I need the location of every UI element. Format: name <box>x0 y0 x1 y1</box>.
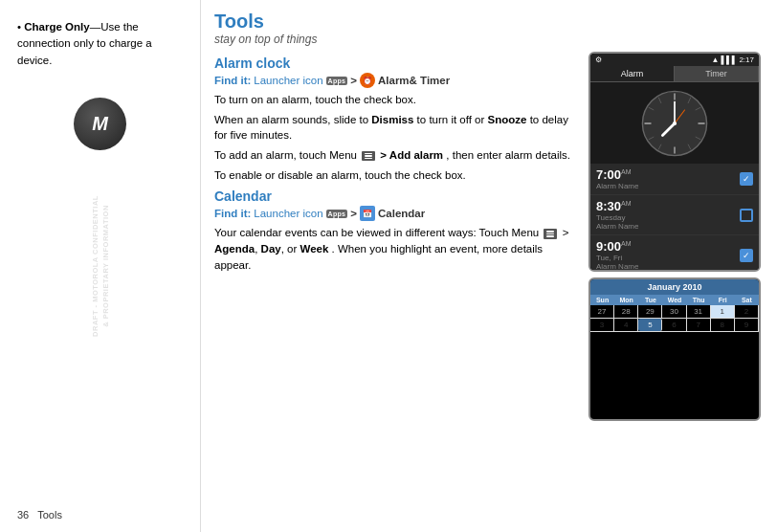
cal-31[interactable]: 31 <box>687 305 711 318</box>
alarm-item-3: 9:00AM Tue, Fri Alarm Name <box>590 235 759 272</box>
cal-tue: Tue <box>638 295 662 305</box>
calendar-apps-icon: Apps <box>326 210 348 218</box>
alarm-day-2: Tuesday <box>596 213 740 222</box>
alarm-day-3: Tue, Fri <box>596 254 740 262</box>
cal-2[interactable]: 2 <box>735 305 759 318</box>
alarm-name-2: Alarm Name <box>596 222 740 231</box>
alarm-time-2: 8:30AM <box>596 199 740 213</box>
signal-icon: ▌▌▌ <box>721 55 737 64</box>
alarm-arrow: > <box>350 75 357 86</box>
alarm-phone-mockup: ⚙ ▲ ▌▌▌ 2:17 Alarm Timer <box>588 52 761 272</box>
page-number: 36 Tools <box>17 509 62 521</box>
moto-m-letter: M <box>92 113 108 135</box>
cal-row-2: 3 4 5 6 7 8 9 <box>590 319 759 332</box>
left-column: • Charge Only—Use the connection only to… <box>0 0 201 532</box>
calendar-arrow: > <box>350 208 357 219</box>
status-time: 2:17 <box>739 55 754 64</box>
cal-thu: Thu <box>687 295 711 305</box>
calendar-phone-mockup: January 2010 Sun Mon Tue Wed Thu Fri Sat… <box>588 277 761 421</box>
alarm-checkbox-2[interactable] <box>740 209 753 222</box>
cal-row-1: 27 28 29 30 31 1 2 <box>590 305 759 319</box>
clock-area <box>590 82 759 164</box>
alarm-item-1: 7:00AM Alarm Name <box>590 164 759 195</box>
cal-7[interactable]: 7 <box>687 319 711 331</box>
calendar-findit: Find it: Launcher icon Apps > 📅 Calendar <box>214 206 579 221</box>
calendar-menu-icon <box>544 229 557 239</box>
alarm-tab[interactable]: Alarm <box>590 66 675 81</box>
clock-svg <box>641 90 708 157</box>
alarm-timer-icon: ⏰ <box>360 73 375 88</box>
status-icons: ▲ ▌▌▌ 2:17 <box>711 55 754 64</box>
cal-5-today[interactable]: 5 <box>638 319 662 331</box>
cal-8[interactable]: 8 <box>711 319 735 331</box>
cal-28[interactable]: 28 <box>614 305 638 318</box>
alarm-name-3: Alarm Name <box>596 262 740 271</box>
agenda-label: Agenda <box>214 243 255 255</box>
alarm-time-1: 7:00AM <box>596 167 740 182</box>
motorola-logo: M <box>74 98 126 150</box>
alarm-launcher-text: Launcher icon <box>254 75 322 86</box>
main-column: Tools stay on top of things Alarm clock … <box>201 0 777 532</box>
cal-mon: Mon <box>614 295 638 305</box>
bullet-bold: Charge Only <box>24 21 89 33</box>
cal-9[interactable]: 9 <box>735 319 759 331</box>
timer-tab[interactable]: Timer <box>675 66 759 81</box>
calendar-month-header: January 2010 <box>590 279 759 295</box>
alarm-name-1: Alarm Name <box>596 182 740 190</box>
alarm-checkbox-3[interactable] <box>740 249 753 262</box>
alarm-p2: When an alarm sounds, slide to Dismiss t… <box>214 112 579 144</box>
cal-1[interactable]: 1 <box>711 305 735 318</box>
calendar-app-name: Calendar <box>378 208 425 219</box>
text-area: Alarm clock Find it: Launcher icon Apps … <box>214 52 579 522</box>
cal-29[interactable]: 29 <box>638 305 662 318</box>
alarm-time-3: 9:00AM <box>596 239 740 254</box>
calendar-findit-label: Find it: <box>214 208 251 219</box>
cal-3[interactable]: 3 <box>590 319 614 331</box>
calendar-heading: Calendar <box>214 188 579 204</box>
alarm-item-1-info: 7:00AM Alarm Name <box>596 167 740 190</box>
alarm-snooze: Snooze <box>488 114 527 125</box>
calendar-p1: Your calendar events can be viewed in di… <box>214 225 579 273</box>
cal-sun: Sun <box>590 295 614 305</box>
alarm-item-2-info: 8:30AM Tuesday Alarm Name <box>596 199 740 231</box>
menu-inline-icon <box>362 151 375 162</box>
alarm-add: > Add alarm <box>380 149 443 161</box>
week-label: Week <box>300 243 329 255</box>
alarm-apps-icon: Apps <box>326 77 348 85</box>
alarm-p3: To add an alarm, touch Menu > Add alarm … <box>214 147 579 164</box>
cal-30[interactable]: 30 <box>662 305 686 318</box>
status-left: ⚙ <box>595 55 602 64</box>
alarm-heading: Alarm clock <box>214 55 579 71</box>
calendar-launcher-text: Launcher icon <box>254 208 322 219</box>
section-subtitle: stay on top of things <box>214 33 766 46</box>
wifi-icon: ▲ <box>711 55 719 64</box>
watermark-text: DRAFT - MOTOROLA CONFIDENTIAL & PROPRIET… <box>90 195 110 337</box>
alarm-dismiss: Dismiss <box>371 114 413 125</box>
alarm-p4: To enable or disable an alarm, touch the… <box>214 167 579 184</box>
alarm-checkbox-1[interactable] <box>740 172 753 186</box>
alarm-item-3-info: 9:00AM Tue, Fri Alarm Name <box>596 239 740 271</box>
phone-tab-bar: Alarm Timer <box>590 66 759 82</box>
cal-fri: Fri <box>711 295 735 305</box>
cal-4[interactable]: 4 <box>614 319 638 331</box>
content-area: Alarm clock Find it: Launcher icon Apps … <box>214 52 766 522</box>
alarm-item-2: 8:30AM Tuesday Alarm Name <box>590 195 759 235</box>
alarm-findit: Find it: Launcher icon Apps > ⏰ Alarm& T… <box>214 73 579 88</box>
cal-6[interactable]: 6 <box>662 319 686 331</box>
bullet-charge-only: • Charge Only—Use the connection only to… <box>17 19 183 69</box>
alarm-p1: To turn on an alarm, touch the check box… <box>214 92 579 108</box>
svg-point-16 <box>673 121 677 124</box>
section-title: Tools <box>214 10 766 33</box>
screenshots-area: ⚙ ▲ ▌▌▌ 2:17 Alarm Timer <box>588 52 766 522</box>
cal-27[interactable]: 27 <box>590 305 614 318</box>
phone-status-bar: ⚙ ▲ ▌▌▌ 2:17 <box>590 54 759 66</box>
day-label: Day <box>261 243 281 255</box>
cal-sat: Sat <box>735 295 759 305</box>
alarm-list: 7:00AM Alarm Name 8:30AM Tuesday Alarm N… <box>590 164 759 272</box>
calendar-days-header: Sun Mon Tue Wed Thu Fri Sat <box>590 295 759 305</box>
cal-wed: Wed <box>662 295 686 305</box>
calendar-app-icon: 📅 <box>360 206 375 221</box>
alarm-findit-label: Find it: <box>214 75 251 86</box>
alarm-app-name: Alarm& Timer <box>378 75 450 86</box>
